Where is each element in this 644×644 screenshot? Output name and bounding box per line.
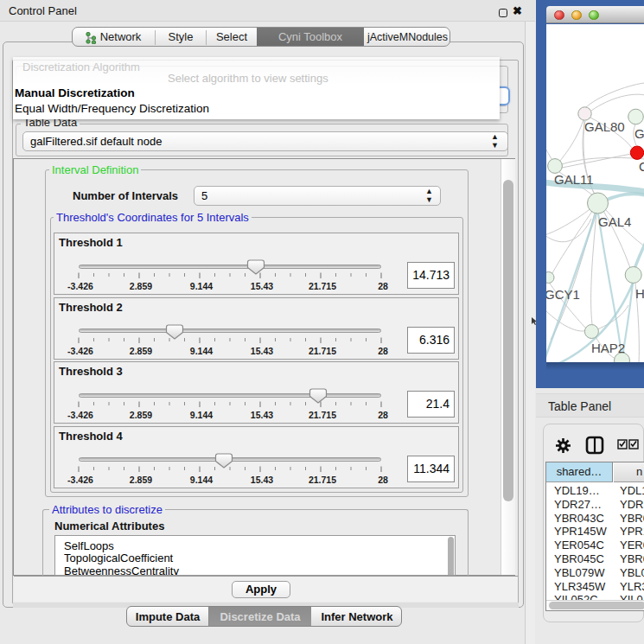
svg-text:GCY1: GCY1 [546,287,580,302]
svg-text:HAP2: HAP2 [591,341,625,355]
svg-text:GAL4: GAL4 [598,214,631,229]
svg-text:GAL80: GAL80 [584,119,625,134]
svg-text:GAL11: GAL11 [554,172,594,187]
svg-text:GA: GA [634,126,644,141]
svg-text:C: C [639,159,644,174]
svg-text:H: H [635,286,644,301]
